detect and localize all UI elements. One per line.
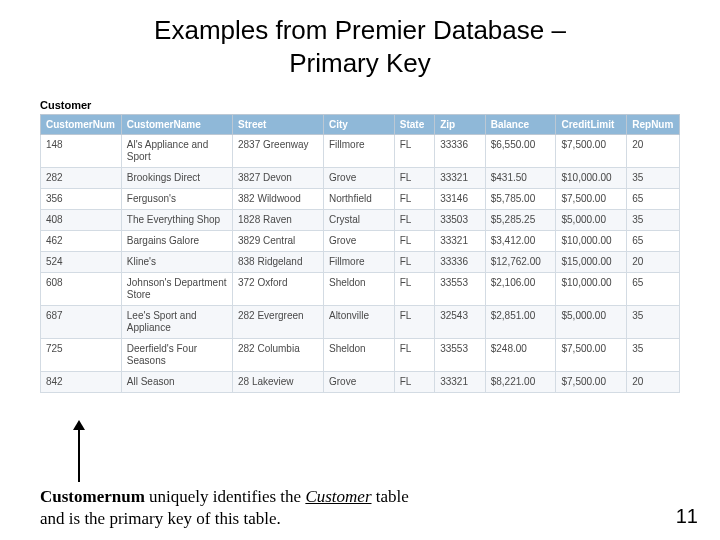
cell-zip: 33321 [435, 231, 486, 252]
cell-city: Sheldon [323, 273, 394, 306]
cell-balance: $248.00 [485, 339, 556, 372]
cell-name: Johnson's Department Store [121, 273, 232, 306]
page-number: 11 [676, 505, 698, 528]
table-row: 148Al's Appliance and Sport2837 Greenway… [41, 135, 680, 168]
cell-rep: 35 [627, 168, 680, 189]
cell-balance: $8,221.00 [485, 372, 556, 393]
col-creditlimit: CreditLimit [556, 115, 627, 135]
cell-rep: 20 [627, 372, 680, 393]
cell-rep: 35 [627, 210, 680, 231]
cell-city: Grove [323, 372, 394, 393]
cell-street: 3829 Central [232, 231, 323, 252]
cell-num: 408 [41, 210, 122, 231]
cell-balance: $5,785.00 [485, 189, 556, 210]
cell-num: 842 [41, 372, 122, 393]
col-zip: Zip [435, 115, 486, 135]
cell-zip: 33321 [435, 168, 486, 189]
col-repnum: RepNum [627, 115, 680, 135]
table-header-row: CustomerNum CustomerName Street City Sta… [41, 115, 680, 135]
caption-mid: uniquely identifies the [145, 487, 306, 506]
cell-rep: 35 [627, 306, 680, 339]
table-row: 608Johnson's Department Store372 OxfordS… [41, 273, 680, 306]
svg-marker-1 [73, 420, 85, 430]
cell-num: 725 [41, 339, 122, 372]
cell-city: Northfield [323, 189, 394, 210]
col-customernum: CustomerNum [41, 115, 122, 135]
cell-zip: 32543 [435, 306, 486, 339]
cell-street: 1828 Raven [232, 210, 323, 231]
caption-keyword-customer: Customer [305, 487, 371, 506]
table-row: 842All Season28 LakeviewGroveFL33321$8,2… [41, 372, 680, 393]
cell-street: 838 Ridgeland [232, 252, 323, 273]
cell-num: 524 [41, 252, 122, 273]
cell-name: Lee's Sport and Appliance [121, 306, 232, 339]
cell-name: Bargains Galore [121, 231, 232, 252]
table-row: 725Deerfield's Four Seasons282 ColumbiaS… [41, 339, 680, 372]
cell-rep: 20 [627, 252, 680, 273]
cell-balance: $5,285.25 [485, 210, 556, 231]
arrow-icon [72, 420, 86, 484]
title-line1: Examples from Premier Database – [154, 15, 566, 45]
cell-balance: $6,550.00 [485, 135, 556, 168]
table-row: 462Bargains Galore3829 CentralGroveFL333… [41, 231, 680, 252]
cell-street: 372 Oxford [232, 273, 323, 306]
slide-title: Examples from Premier Database – Primary… [0, 14, 720, 79]
col-city: City [323, 115, 394, 135]
cell-credit: $7,500.00 [556, 372, 627, 393]
cell-name: Ferguson's [121, 189, 232, 210]
table-name-label: Customer [40, 99, 720, 111]
cell-city: Fillmore [323, 135, 394, 168]
cell-zip: 33503 [435, 210, 486, 231]
cell-credit: $15,000.00 [556, 252, 627, 273]
cell-state: FL [394, 273, 434, 306]
col-balance: Balance [485, 115, 556, 135]
caption-keyword-customernum: Customernum [40, 487, 145, 506]
cell-name: The Everything Shop [121, 210, 232, 231]
cell-name: Al's Appliance and Sport [121, 135, 232, 168]
cell-num: 282 [41, 168, 122, 189]
cell-state: FL [394, 252, 434, 273]
cell-balance: $2,851.00 [485, 306, 556, 339]
cell-num: 148 [41, 135, 122, 168]
cell-rep: 35 [627, 339, 680, 372]
cell-name: All Season [121, 372, 232, 393]
cell-name: Deerfield's Four Seasons [121, 339, 232, 372]
cell-credit: $10,000.00 [556, 273, 627, 306]
col-street: Street [232, 115, 323, 135]
cell-zip: 33553 [435, 339, 486, 372]
cell-credit: $10,000.00 [556, 231, 627, 252]
cell-credit: $5,000.00 [556, 210, 627, 231]
cell-balance: $431.50 [485, 168, 556, 189]
cell-state: FL [394, 231, 434, 252]
cell-balance: $12,762.00 [485, 252, 556, 273]
cell-city: Grove [323, 231, 394, 252]
cell-balance: $2,106.00 [485, 273, 556, 306]
cell-name: Kline's [121, 252, 232, 273]
cell-balance: $3,412.00 [485, 231, 556, 252]
cell-state: FL [394, 168, 434, 189]
cell-credit: $7,500.00 [556, 189, 627, 210]
cell-name: Brookings Direct [121, 168, 232, 189]
table-row: 687Lee's Sport and Appliance282 Evergree… [41, 306, 680, 339]
cell-credit: $7,500.00 [556, 339, 627, 372]
cell-state: FL [394, 189, 434, 210]
cell-rep: 20 [627, 135, 680, 168]
cell-zip: 33553 [435, 273, 486, 306]
caption-end2: and is the primary key of this table. [40, 509, 281, 528]
cell-zip: 33146 [435, 189, 486, 210]
cell-rep: 65 [627, 231, 680, 252]
col-state: State [394, 115, 434, 135]
cell-city: Crystal [323, 210, 394, 231]
cell-street: 28 Lakeview [232, 372, 323, 393]
cell-credit: $7,500.00 [556, 135, 627, 168]
cell-num: 687 [41, 306, 122, 339]
cell-state: FL [394, 306, 434, 339]
customer-table-wrap: CustomerNum CustomerName Street City Sta… [40, 114, 680, 393]
cell-street: 282 Columbia [232, 339, 323, 372]
caption-text: Customernum uniquely identifies the Cust… [40, 486, 409, 530]
cell-num: 608 [41, 273, 122, 306]
caption-end1: table [372, 487, 409, 506]
cell-num: 462 [41, 231, 122, 252]
cell-state: FL [394, 339, 434, 372]
table-row: 524Kline's838 RidgelandFillmoreFL33336$1… [41, 252, 680, 273]
